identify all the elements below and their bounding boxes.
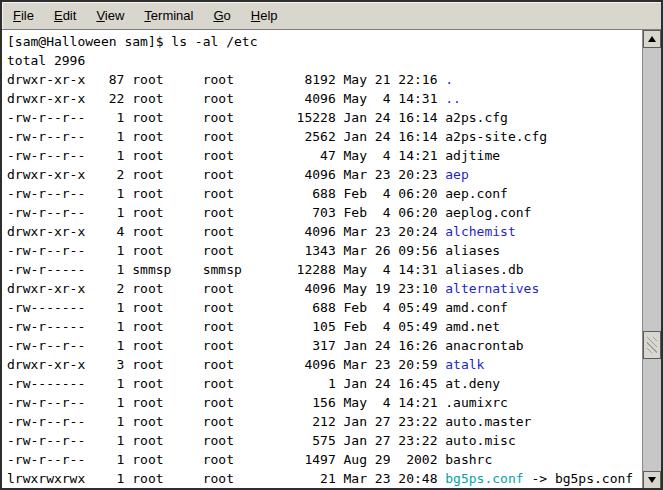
file-name: auto.misc <box>445 433 515 448</box>
menu-item-edit[interactable]: Edit <box>44 3 86 28</box>
window-content: [sam@Halloween sam]$ ls -al /etc total 2… <box>2 30 661 489</box>
file-row: drwxr-xr-x 22 root root 4096 May 4 14:31… <box>7 89 642 108</box>
file-attributes: drwxr-xr-x 2 root root 4096 Mar 23 20:23 <box>7 167 445 182</box>
file-name: atalk <box>445 357 484 372</box>
prompt-line: [sam@Halloween sam]$ ls -al /etc <box>7 32 642 51</box>
file-attributes: -rw-r--r-- 1 root root 47 May 4 14:21 <box>7 148 445 163</box>
file-name: aliases.db <box>445 262 523 277</box>
file-attributes: drwxr-xr-x 4 root root 4096 Mar 23 20:24 <box>7 224 445 239</box>
file-name: aliases <box>445 243 500 258</box>
file-row: drwxr-xr-x 2 root root 4096 May 19 23:10… <box>7 279 642 298</box>
file-name: .. <box>445 91 461 106</box>
file-row: -rw-r--r-- 1 root root 1497 Aug 29 2002 … <box>7 450 642 469</box>
file-attributes: -rw------- 1 root root 688 Feb 4 05:49 <box>7 300 445 315</box>
file-attributes: drwxr-xr-x 22 root root 4096 May 4 14:31 <box>7 91 445 106</box>
file-listing: drwxr-xr-x 87 root root 8192 May 21 22:1… <box>7 70 642 488</box>
file-row: drwxr-xr-x 2 root root 4096 Mar 23 20:23… <box>7 165 642 184</box>
file-row: -rw-r--r-- 1 root root 15228 Jan 24 16:1… <box>7 108 642 127</box>
file-row: -rw-r--r-- 1 root root 156 May 4 14:21 .… <box>7 393 642 412</box>
file-row: -rw-r--r-- 1 root root 212 Jan 27 23:22 … <box>7 412 642 431</box>
arrow-up-icon <box>648 36 656 42</box>
file-name: alchemist <box>445 224 515 239</box>
arrow-down-icon <box>648 477 656 483</box>
scrollbar-thumb[interactable] <box>643 331 661 359</box>
menubar: FileEditViewTerminalGoHelp <box>2 2 661 30</box>
file-attributes: drwxr-xr-x 87 root root 8192 May 21 22:1… <box>7 72 445 87</box>
file-attributes: -rw-r----- 1 root root 105 Feb 4 05:49 <box>7 319 445 334</box>
scroll-up-button[interactable] <box>643 30 661 48</box>
file-name: auto.master <box>445 414 531 429</box>
file-row: -rw------- 1 root root 688 Feb 4 05:49 a… <box>7 298 642 317</box>
file-attributes: -rw-r--r-- 1 root root 156 May 4 14:21 <box>7 395 445 410</box>
total-line: total 2996 <box>7 51 642 70</box>
menu-item-view[interactable]: View <box>86 3 134 28</box>
file-attributes: -rw-r--r-- 1 root root 2562 Jan 24 16:14 <box>7 129 445 144</box>
file-name: adjtime <box>445 148 500 163</box>
file-name: a2ps.cfg <box>445 110 508 125</box>
file-attributes: -rw------- 1 root root 1 Jan 24 16:45 <box>7 376 445 391</box>
file-attributes: -rw-r--r-- 1 root root 15228 Jan 24 16:1… <box>7 110 445 125</box>
file-row: -rw-r--r-- 1 root root 575 Jan 27 23:22 … <box>7 431 642 450</box>
terminal-screen[interactable]: [sam@Halloween sam]$ ls -al /etc total 2… <box>2 30 642 489</box>
file-row: drwxr-xr-x 87 root root 8192 May 21 22:1… <box>7 70 642 89</box>
scroll-down-button[interactable] <box>643 471 661 489</box>
file-name: aep <box>445 167 468 182</box>
file-row: drwxr-xr-x 3 root root 4096 Mar 23 20:59… <box>7 355 642 374</box>
file-name: anacrontab <box>445 338 523 353</box>
menu-item-go[interactable]: Go <box>203 3 240 28</box>
file-attributes: -rw-r--r-- 1 root root 212 Jan 27 23:22 <box>7 414 445 429</box>
file-name: alternatives <box>445 281 539 296</box>
file-attributes: -rw-r----- 1 smmsp smmsp 12288 May 4 14:… <box>7 262 445 277</box>
file-row: -rw-r--r-- 1 root root 317 Jan 24 16:26 … <box>7 336 642 355</box>
terminal-window: FileEditViewTerminalGoHelp [sam@Hallowee… <box>0 0 663 490</box>
file-attributes: -rw-r--r-- 1 root root 575 Jan 27 23:22 <box>7 433 445 448</box>
file-row: -rw-r--r-- 1 root root 703 Feb 4 06:20 a… <box>7 203 642 222</box>
file-attributes: -rw-r--r-- 1 root root 1343 Mar 26 09:56 <box>7 243 445 258</box>
file-attributes: -rw-r--r-- 1 root root 317 Jan 24 16:26 <box>7 338 445 353</box>
file-attributes: lrwxrwxrwx 1 root root 21 Mar 23 20:48 <box>7 471 445 486</box>
file-name: amd.conf <box>445 300 508 315</box>
file-attributes: -rw-r--r-- 1 root root 703 Feb 4 06:20 <box>7 205 445 220</box>
symlink-target: -> bg5ps.conf <box>524 471 634 486</box>
file-row: -rw-r--r-- 1 root root 47 May 4 14:21 ad… <box>7 146 642 165</box>
menu-item-file[interactable]: File <box>3 3 44 28</box>
file-name: bashrc <box>445 452 492 467</box>
file-name: aep.conf <box>445 186 508 201</box>
file-row: lrwxrwxrwx 1 root root 21 Mar 23 20:48 b… <box>7 469 642 488</box>
file-name: at.deny <box>445 376 500 391</box>
file-row: -rw------- 1 root root 1 Jan 24 16:45 at… <box>7 374 642 393</box>
file-attributes: drwxr-xr-x 2 root root 4096 May 19 23:10 <box>7 281 445 296</box>
menu-item-terminal[interactable]: Terminal <box>134 3 203 28</box>
file-row: -rw-r----- 1 root root 105 Feb 4 05:49 a… <box>7 317 642 336</box>
file-name: aeplog.conf <box>445 205 531 220</box>
file-name: a2ps-site.cfg <box>445 129 547 144</box>
file-row: drwxr-xr-x 4 root root 4096 Mar 23 20:24… <box>7 222 642 241</box>
file-name: bg5ps.conf <box>445 471 523 486</box>
file-name: amd.net <box>445 319 500 334</box>
file-name: . <box>445 72 453 87</box>
file-row: -rw-r----- 1 smmsp smmsp 12288 May 4 14:… <box>7 260 642 279</box>
file-row: -rw-r--r-- 1 root root 2562 Jan 24 16:14… <box>7 127 642 146</box>
file-row: -rw-r--r-- 1 root root 1343 Mar 26 09:56… <box>7 241 642 260</box>
file-attributes: -rw-r--r-- 1 root root 1497 Aug 29 2002 <box>7 452 445 467</box>
file-attributes: -rw-r--r-- 1 root root 688 Feb 4 06:20 <box>7 186 445 201</box>
file-row: -rw-r--r-- 1 root root 688 Feb 4 06:20 a… <box>7 184 642 203</box>
scrollbar[interactable] <box>642 30 661 489</box>
file-attributes: drwxr-xr-x 3 root root 4096 Mar 23 20:59 <box>7 357 445 372</box>
file-name: .aumixrc <box>445 395 508 410</box>
menu-item-help[interactable]: Help <box>241 3 288 28</box>
